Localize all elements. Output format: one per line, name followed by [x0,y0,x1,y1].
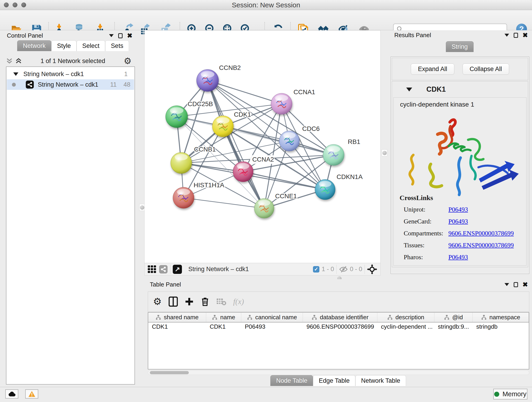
tab-network[interactable]: Network [17,40,51,51]
crosslink-label: Tissues: [404,242,448,249]
scrollbar-thumb[interactable] [150,371,189,374]
vertical-splitter-grip[interactable] [139,204,145,211]
table-settings-gear-icon[interactable]: ⚙ [153,297,162,306]
tab-network-table[interactable]: Network Table [355,375,406,386]
crosslink-link[interactable]: P06493 [448,206,468,213]
panel-menu-icon[interactable] [505,34,509,37]
network-edge-CCNA2-CDKN1A[interactable] [243,172,325,190]
crosslink-link[interactable]: P06493 [448,218,468,225]
network-node-CCNA1[interactable] [271,93,292,114]
node-count: 11 [110,81,117,88]
control-panel-tabs: NetworkStyleSelectSets [17,40,129,51]
delete-column-icon[interactable] [201,297,209,307]
node-label-CDK1: CDK1 [234,111,251,118]
network-node-CDC6[interactable] [279,131,299,151]
network-node-CCNB1[interactable] [171,153,192,173]
memory-button[interactable]: Memory [493,389,527,400]
panel-close-icon[interactable]: ✖ [523,281,528,288]
cloud-button[interactable] [5,389,18,399]
network-list: String Network – cdk1 1 String Network –… [6,66,135,385]
table-cell[interactable]: CDK1 [148,322,206,331]
network-node-CCNB2[interactable] [196,70,219,91]
results-splitter-grip[interactable] [382,149,387,156]
window-title: Session: New Session [0,1,532,9]
network-node-CDC25B[interactable] [166,106,188,128]
panel-float-icon[interactable] [118,33,123,38]
tab-string[interactable]: String [446,41,474,52]
network-view[interactable]: CCNB2CCNA1CDC25BCDK1CDC6RB1CCNB1CCNA2HIS… [144,30,380,275]
tab-sets[interactable]: Sets [105,40,129,51]
panel-float-icon[interactable] [514,282,518,287]
table-cell[interactable]: stringdb:9... [434,322,473,331]
network-row-selected[interactable]: String Network – cdk1 11 48 [7,79,134,90]
column-header-canonical-name[interactable]: canonical name [241,313,303,322]
crosslink-label: GeneCard: [404,218,448,225]
tab-style[interactable]: Style [51,40,76,51]
network-node-CDKN1A[interactable] [315,179,335,200]
column-header-@id[interactable]: @id [434,313,473,322]
crosslink-link[interactable]: P06493 [448,254,468,261]
table-cell[interactable]: cyclin-dependent ... [377,322,434,331]
crosslink-link[interactable]: 9606.ENSP00000378699 [448,242,514,249]
column-header-description[interactable]: description [377,313,434,322]
column-header-name[interactable]: name [206,313,241,322]
column-header-shared-name[interactable]: shared name [148,313,206,322]
network-node-CCNE1[interactable] [254,198,274,218]
network-collection-row[interactable]: String Network – cdk1 1 [7,69,134,79]
warning-icon [28,391,36,397]
node-label-CDKN1A: CDKN1A [336,173,363,180]
birds-eye-icon[interactable] [367,264,377,274]
panel-menu-icon[interactable] [505,283,509,286]
node-label-RB1: RB1 [348,138,360,145]
warning-button[interactable] [25,389,38,399]
network-edge-CCNB2-CCNA1[interactable] [208,80,282,104]
expand-all-button[interactable]: Expand All [411,64,454,75]
string-results-container: Expand All Collapse All CDK1 cyclin-depe… [391,57,529,274]
column-header-database-identifier[interactable]: database identifier [303,313,377,322]
status-bar: Memory [0,387,532,402]
panel-menu-icon[interactable] [109,34,114,37]
node-label-CDC25B: CDC25B [188,100,213,108]
show-columns-icon[interactable] [169,297,178,307]
panel-close-icon[interactable]: ✖ [127,32,133,39]
network-node-HIST1H1A[interactable] [173,187,194,208]
tab-select[interactable]: Select [76,40,105,51]
node-table: shared namenamecanonical namedatabase id… [148,312,529,370]
network-canvas[interactable]: CCNB2CCNA1CDC25BCDK1CDC6RB1CCNB1CCNA2HIS… [145,31,380,263]
network-edge-CCNB2-CCNE1[interactable] [208,80,264,208]
title-bar: Session: New Session [0,0,532,10]
table-horizontal-scrollbar[interactable] [148,370,529,375]
gear-icon[interactable]: ⚙ [124,57,132,65]
table-cell[interactable]: stringdb [473,322,529,331]
panel-float-icon[interactable] [514,33,518,38]
section-collapse-icon[interactable] [406,88,412,91]
column-header-namespace[interactable]: namespace [473,313,529,322]
network-node-RB1[interactable] [323,144,344,166]
results-panel-title: Results Panel [394,32,431,39]
tab-edge-table[interactable]: Edge Table [313,375,355,386]
panel-close-icon[interactable]: ✖ [523,32,528,38]
expand-all-icon[interactable] [6,58,13,64]
table-cell[interactable]: 9606.ENSP00000378699 [303,322,377,331]
table-cell[interactable]: CDK1 [206,322,241,331]
tab-node-table[interactable]: Node Table [270,375,313,386]
protein-name: CDK1 [426,85,446,94]
table-toolbar: ⚙ f(x) [148,292,529,312]
protein-description: cyclin-dependent kinase 1 [400,101,474,108]
selected-checkbox-icon[interactable]: ✓ [313,266,319,273]
table-cell[interactable]: P06493 [241,322,303,331]
network-node-CDK1[interactable] [212,116,234,137]
network-node-CCNA2[interactable] [233,162,253,182]
hidden-eye-icon[interactable] [339,266,348,273]
collapse-all-icon[interactable] [15,58,22,64]
crosslink-link[interactable]: 9606.ENSP00000378699 [448,230,514,237]
selected-counts: 1 - 0 [322,266,334,273]
network-edge-CCNE1-HIST1H1A[interactable] [184,198,264,208]
collapse-arrow-icon[interactable] [13,72,18,76]
network-collection-label: String Network – cdk1 [23,70,124,78]
collapse-all-button[interactable]: Collapse All [462,64,509,75]
share-view-icon[interactable] [159,265,168,274]
grid-view-icon[interactable] [148,265,156,273]
detach-view-icon[interactable]: ↗ [173,265,182,274]
add-column-icon[interactable] [185,297,194,306]
